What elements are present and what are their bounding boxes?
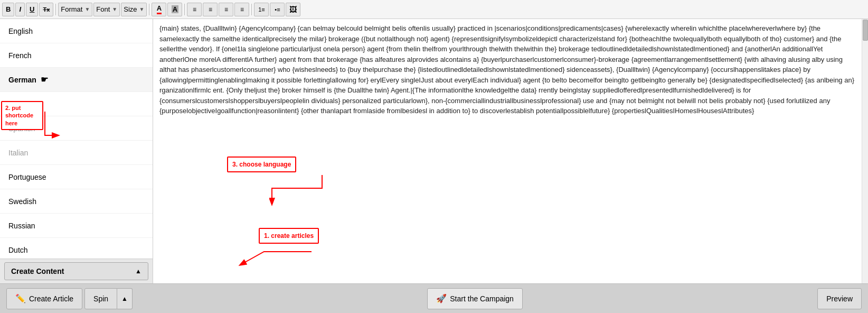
create-content-chevron: ▲ <box>135 268 141 275</box>
language-item-french[interactable]: French <box>0 43 153 68</box>
annotation-choose-language: 3. choose language <box>227 156 296 172</box>
language-dropdown-panel: 2. putshortcodehere English French Germa… <box>0 19 153 283</box>
align-left-button[interactable]: ≡ <box>187 3 202 16</box>
language-item-swedish[interactable]: Swedish <box>0 189 153 214</box>
font-label: Font <box>96 5 110 13</box>
main-area: 2. putshortcodehere English French Germa… <box>0 19 868 283</box>
create-article-button[interactable]: ✏️ Create Article <box>6 288 82 309</box>
rocket-icon: 🚀 <box>436 293 447 303</box>
size-select[interactable]: Size ▼ <box>121 3 147 16</box>
font-color-button[interactable]: A <box>152 3 166 16</box>
align-right-button[interactable]: ≡ <box>219 3 233 16</box>
content-area[interactable]: {main} states, {Duallltwin} {Agencylcomp… <box>153 19 862 283</box>
separator-2 <box>149 4 149 15</box>
create-content-button[interactable]: Create Content ▲ <box>4 262 148 280</box>
left-panel-bottom: Create Content ▲ <box>0 259 153 283</box>
language-item-portuguese[interactable]: Portuguese <box>0 165 153 189</box>
italic-button[interactable]: I <box>15 3 25 16</box>
preview-button[interactable]: Preview <box>817 288 862 309</box>
underline-button[interactable]: U <box>26 3 38 16</box>
highlight-color-button[interactable]: A <box>167 3 182 16</box>
size-arrow: ▼ <box>139 6 145 12</box>
strikethrough-button[interactable]: Tx <box>39 3 53 16</box>
align-center-button[interactable]: ≡ <box>203 3 218 16</box>
language-item-german[interactable]: German ☛ <box>0 68 153 92</box>
language-item-italian[interactable]: Italian <box>0 141 153 165</box>
annotation-create-articles: 1. create articles <box>259 228 319 244</box>
separator-1 <box>55 4 56 15</box>
content-text: {main} states, {Duallltwin} {Agencylcomp… <box>159 23 855 116</box>
pencil-icon: ✏️ <box>15 293 26 303</box>
content-wrapper: {main} states, {Duallltwin} {Agencylcomp… <box>153 19 868 283</box>
spin-button[interactable]: Spin <box>84 288 117 309</box>
language-item-dutch[interactable]: Dutch <box>0 238 153 259</box>
spin-group: Spin ▲ <box>84 288 133 309</box>
toolbar: B I U Tx Format ▼ Font ▼ Size ▼ A A ≡ ≡ … <box>0 0 868 19</box>
format-select[interactable]: Format ▼ <box>58 3 92 16</box>
ordered-list-button[interactable]: 1≡ <box>254 3 269 16</box>
language-item-russian[interactable]: Russian <box>0 214 153 238</box>
separator-4 <box>251 4 252 15</box>
format-arrow: ▼ <box>84 6 90 12</box>
align-justify-button[interactable]: ≡ <box>234 3 249 16</box>
image-button[interactable]: 🖼 <box>286 3 300 16</box>
scrollbar-track[interactable] <box>862 19 868 283</box>
scrollbar-thumb[interactable] <box>863 20 868 41</box>
language-list: English French German ☛ Turkish Spanish … <box>0 19 153 259</box>
annotation-put-shortcode: 2. putshortcodehere <box>1 101 43 130</box>
start-campaign-button[interactable]: 🚀 Start the Campaign <box>427 288 523 309</box>
separator-3 <box>184 4 185 15</box>
cursor-icon: ☛ <box>41 75 48 85</box>
bold-button[interactable]: B <box>2 3 14 16</box>
font-select[interactable]: Font ▼ <box>93 3 120 16</box>
size-label: Size <box>124 5 137 13</box>
unordered-list-button[interactable]: •≡ <box>270 3 285 16</box>
footer: ✏️ Create Article Spin ▲ 🚀 Start the Cam… <box>0 283 868 313</box>
spin-arrow-button[interactable]: ▲ <box>117 288 133 309</box>
font-arrow: ▼ <box>112 6 117 12</box>
format-label: Format <box>61 5 82 13</box>
language-item-english[interactable]: English <box>0 19 153 43</box>
